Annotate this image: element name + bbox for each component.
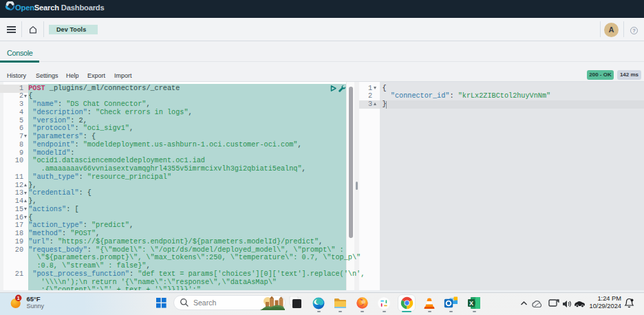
svg-text:X: X [469,300,473,307]
svg-text:1: 1 [17,296,20,301]
